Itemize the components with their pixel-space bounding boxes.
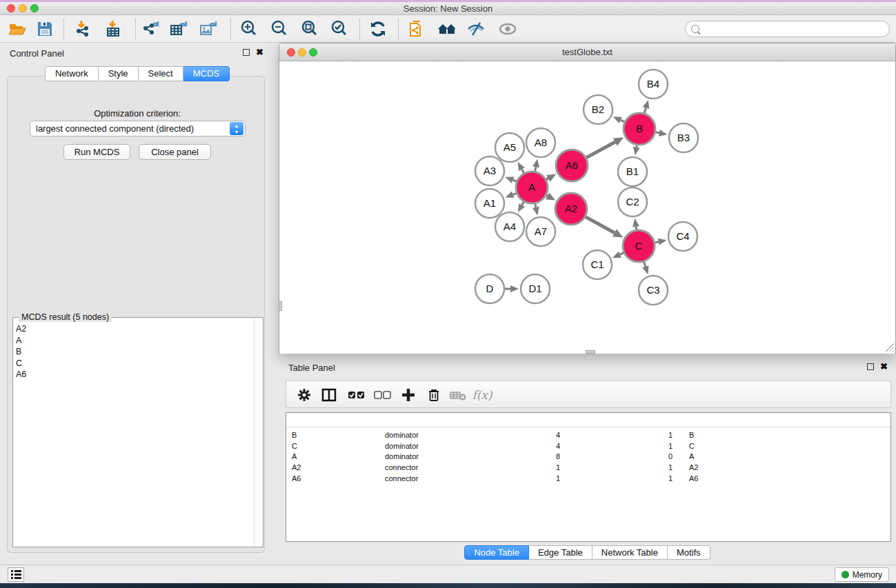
close-panel-button[interactable]: Close panel [139,144,211,160]
table-cell[interactable]: 4 [470,429,560,440]
settings-gear-icon[interactable] [295,385,314,405]
network-canvas[interactable]: B4B2BB3A5A8A6B1A3AA1C2A2A4A7C4CC1C3DD1 [280,62,895,354]
deselect-all-checkboxes-icon[interactable] [373,385,392,405]
graph-edge-A2-C[interactable] [586,217,615,233]
table-cell[interactable]: 1 [577,429,673,440]
tab-network-table[interactable]: Network Table [593,545,668,560]
table-cell[interactable]: C [292,440,368,452]
result-item[interactable]: A6 [14,369,253,381]
function-builder-icon[interactable]: f(x) [472,385,492,405]
graph-edge-A-A4[interactable] [522,202,524,205]
network-file-icon[interactable] [408,20,426,38]
result-item[interactable]: A2 [14,323,253,335]
export-table-icon[interactable] [170,20,188,38]
delete-column-icon[interactable] [424,385,444,405]
graph-edge-C-C4[interactable] [655,242,658,243]
criterion-dropdown[interactable]: largest connected component (directed) ▲… [30,121,246,136]
table-cell[interactable]: connector [385,462,453,473]
close-table-panel-icon[interactable]: ✖ [880,363,888,370]
close-network-window-button[interactable] [287,48,295,57]
graph-edge-B-B4[interactable] [644,108,646,113]
zoom-selected-icon[interactable] [330,20,348,38]
table-cell[interactable]: dominator [385,440,453,452]
save-session-icon[interactable] [36,20,54,38]
import-network-icon[interactable] [74,20,92,38]
table-cell[interactable]: 1 [577,473,673,484]
table-cell[interactable]: A [689,451,731,462]
table-cell[interactable]: B [689,429,731,440]
home-icon[interactable] [437,20,455,38]
minimize-network-window-button[interactable] [298,48,306,57]
close-panel-icon[interactable]: ✖ [256,49,263,56]
table-cell[interactable]: C [689,440,731,452]
result-scrollbar[interactable] [254,318,262,546]
birdseye-toggle-handle[interactable] [279,301,282,311]
tab-mcds[interactable]: MCDS [183,66,230,81]
tab-style[interactable]: Style [99,66,139,81]
result-item[interactable]: C [14,358,253,369]
show-panel-icon[interactable] [499,20,517,38]
zoom-network-window-button[interactable] [309,48,317,57]
result-item[interactable]: B [14,346,253,358]
table-cell[interactable]: 1 [577,440,673,452]
tab-node-table[interactable]: Node Table [464,545,529,560]
float-panel-button[interactable] [243,49,250,56]
search-field[interactable] [685,21,890,37]
table-cell[interactable]: 8 [470,451,560,462]
graph-edge-A-A1[interactable] [513,193,517,194]
table-cell[interactable]: connector [385,473,453,484]
open-file-icon[interactable] [8,20,26,38]
graph-edge-B-B2[interactable] [621,120,625,122]
add-column-icon[interactable] [399,385,418,405]
graph-edge-A-A5[interactable] [521,170,524,173]
table-cell[interactable]: 1 [577,462,673,473]
table-cell[interactable]: B [292,429,368,440]
tab-select[interactable]: Select [139,66,183,81]
zoom-out-icon[interactable] [270,20,288,38]
table-cell[interactable]: A [292,451,368,462]
search-input[interactable] [703,22,889,36]
table-cell[interactable]: 4 [470,440,560,452]
delete-table-icon[interactable] [449,385,468,405]
table-cell[interactable]: 1 [470,462,560,473]
table-cell[interactable]: dominator [385,451,453,462]
graph-edge-A-A7[interactable] [535,204,536,207]
import-table-icon[interactable] [105,20,123,38]
close-window-button[interactable] [7,4,15,12]
tab-motifs[interactable]: Motifs [668,545,710,560]
network-graph[interactable]: B4B2BB3A5A8A6B1A3AA1C2A2A4A7C4CC1C3DD1 [280,62,895,354]
graph-edge-A-A8[interactable] [535,167,536,171]
network-window-titlebar[interactable]: testGlobe.txt [279,43,895,61]
node-table[interactable]: Bdominator41BCdominator41CAdominator80AA… [286,412,891,542]
zoom-fit-icon[interactable] [301,20,319,38]
columns-icon[interactable] [319,385,339,405]
export-network-icon[interactable] [141,20,159,38]
graph-edge-A6-B[interactable] [586,142,615,158]
mcds-result-list[interactable]: A2ABCA6 [14,323,253,545]
graph-edge-C-C2[interactable] [636,227,637,230]
export-image-icon[interactable] [199,20,217,38]
tab-edge-table[interactable]: Edge Table [529,545,593,560]
table-cell[interactable]: dominator [385,429,453,440]
tab-network[interactable]: Network [45,66,99,81]
task-history-button[interactable] [8,567,24,582]
table-cell[interactable]: A6 [689,473,731,484]
table-cell[interactable]: A2 [292,462,368,473]
zoom-window-button[interactable] [30,4,39,12]
table-cell[interactable]: A2 [689,462,731,473]
birdseye-toggle-handle-bottom[interactable] [586,350,595,354]
float-table-panel-button[interactable] [867,363,874,370]
graph-edge-C-C1[interactable] [620,253,624,254]
table-cell[interactable]: 0 [577,451,673,462]
result-item[interactable]: A [14,335,253,347]
minimize-window-button[interactable] [19,4,27,12]
select-all-checkboxes-icon[interactable] [347,385,366,405]
graph-edge-B-B3[interactable] [656,132,659,133]
window-resize-grip[interactable] [886,343,894,352]
graph-edge-C-C3[interactable] [644,262,645,267]
run-mcds-button[interactable]: Run MCDS [63,144,130,160]
table-cell[interactable]: 1 [470,473,560,484]
refresh-icon[interactable] [369,20,387,38]
graph-edge-A-A3[interactable] [513,180,517,181]
table-cell[interactable]: A6 [292,473,368,484]
